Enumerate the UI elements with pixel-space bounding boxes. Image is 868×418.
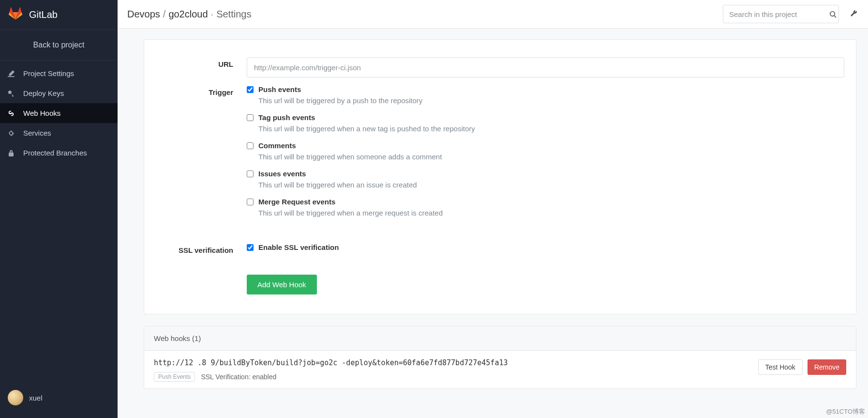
sidebar-item-label: Deploy Keys — [23, 89, 64, 97]
settings-wrench-icon[interactable] — [844, 5, 863, 23]
sidebar-item-deploy-keys[interactable]: Deploy Keys — [0, 83, 118, 103]
hook-url: http://12 .8 9/buildByToken/build?job=go… — [154, 358, 751, 367]
breadcrumb-group[interactable]: Devops — [127, 9, 160, 20]
sidebar-item-label: Project Settings — [23, 69, 74, 77]
settings-nav: Project Settings Deploy Keys Web Hooks S… — [0, 63, 118, 163]
sidebar-item-protected-branches[interactable]: Protected Branches — [0, 143, 118, 163]
sidebar-user[interactable]: xuel — [0, 383, 118, 418]
trigger-desc: This url will be triggered when a new ta… — [258, 124, 844, 133]
hook-url-input[interactable] — [247, 57, 844, 77]
svg-rect-1 — [10, 113, 12, 114]
trigger-merge: Merge Request eventsThis url will be tri… — [247, 198, 844, 217]
link-icon — [7, 110, 15, 117]
webhook-form-panel: URL Trigger Push eventsThis url will be … — [144, 39, 856, 314]
avatar — [8, 390, 23, 405]
hook-ssl-status: SSL Verification: enabled — [201, 373, 276, 381]
existing-hooks-panel: Web hooks (1) http://12 .8 9/buildByToke… — [144, 326, 856, 389]
add-web-hook-button[interactable]: Add Web Hook — [247, 275, 317, 294]
svg-point-0 — [8, 90, 12, 93]
trigger-title: Issues events — [258, 170, 306, 178]
trigger-comment-checkbox[interactable] — [247, 142, 254, 149]
edit-icon — [7, 70, 15, 77]
back-to-project-link[interactable]: Back to project — [0, 30, 118, 61]
trigger-title: Merge Request events — [258, 198, 335, 206]
trigger-issue: Issues eventsThis url will be triggered … — [247, 170, 844, 189]
sidebar: GitLab Back to project Project Settings … — [0, 0, 118, 418]
url-label: URL — [144, 57, 247, 77]
sidebar-item-project-settings[interactable]: Project Settings — [0, 63, 118, 83]
trigger-label: Trigger — [144, 85, 247, 226]
hook-event-badge: Push Events — [154, 372, 195, 382]
trigger-desc: This url will be triggered by a push to … — [258, 96, 844, 105]
trigger-comment: CommentsThis url will be triggered when … — [247, 141, 844, 161]
svg-rect-2 — [9, 153, 14, 156]
trigger-merge-checkbox[interactable] — [247, 199, 254, 205]
svg-point-3 — [830, 11, 834, 15]
trigger-title: Tag push events — [258, 113, 315, 122]
trigger-issue-checkbox[interactable] — [247, 170, 254, 177]
hook-row: http://12 .8 9/buildByToken/build?job=go… — [144, 351, 856, 388]
watermark: @51CTO博客 — [826, 407, 865, 416]
remove-hook-button[interactable]: Remove — [808, 359, 846, 375]
ssl-checkbox-label: Enable SSL verification — [258, 243, 339, 251]
search-icon[interactable] — [827, 11, 838, 18]
key-icon — [7, 90, 15, 97]
hooks-header: Web hooks (1) — [144, 326, 856, 351]
brand-name: GitLab — [29, 9, 58, 20]
trigger-tag-checkbox[interactable] — [247, 114, 254, 121]
trigger-push: Push eventsThis url will be triggered by… — [247, 85, 844, 105]
svg-line-4 — [834, 15, 836, 17]
sidebar-item-services[interactable]: Services — [0, 123, 118, 143]
ssl-checkbox[interactable] — [247, 244, 254, 251]
gitlab-logo-icon — [9, 7, 22, 23]
breadcrumb-page: Settings — [216, 9, 251, 20]
sidebar-item-label: Protected Branches — [23, 149, 87, 157]
sidebar-item-label: Web Hooks — [23, 109, 60, 117]
brand[interactable]: GitLab — [0, 0, 118, 30]
topbar: Devops / go2cloud · Settings — [118, 0, 868, 29]
search-input[interactable] — [723, 10, 827, 18]
sidebar-item-label: Services — [23, 129, 51, 137]
lock-icon — [7, 150, 15, 156]
sidebar-item-web-hooks[interactable]: Web Hooks — [0, 103, 118, 123]
trigger-desc: This url will be triggered when a merge … — [258, 209, 844, 217]
trigger-title: Push events — [258, 85, 301, 93]
username: xuel — [29, 394, 43, 402]
project-search — [723, 5, 839, 23]
breadcrumb-project[interactable]: go2cloud — [168, 9, 208, 20]
test-hook-button[interactable]: Test Hook — [758, 359, 803, 375]
ssl-label: SSL verification — [144, 243, 247, 254]
trigger-title: Comments — [258, 141, 296, 150]
gear-icon — [7, 130, 15, 137]
trigger-desc: This url will be triggered when an issue… — [258, 181, 844, 189]
trigger-tag: Tag push eventsThis url will be triggere… — [247, 113, 844, 133]
breadcrumb: Devops / go2cloud · Settings — [127, 9, 251, 20]
trigger-desc: This url will be triggered when someone … — [258, 153, 844, 161]
trigger-push-checkbox[interactable] — [247, 86, 254, 93]
